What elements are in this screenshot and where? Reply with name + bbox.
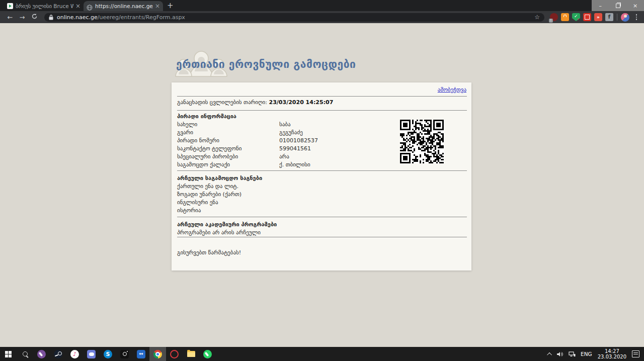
taskbar-discord[interactable] (83, 347, 100, 361)
taskbar-file-explorer[interactable] (183, 347, 199, 361)
taskbar-viber[interactable] (33, 347, 50, 361)
farewell-text: გისურვებთ წარმატებას! (177, 249, 241, 256)
taskbar-opera[interactable] (166, 347, 183, 361)
refresh-button[interactable] (28, 13, 40, 21)
browser-tab-naec[interactable]: https://online.naec.ge/ueereg/en × (84, 1, 163, 11)
tab-close-icon[interactable]: × (75, 3, 80, 10)
steam-icon (54, 350, 62, 358)
programs-section: არჩეული აკადემიური პროგრამები პროგრამები… (177, 221, 466, 237)
viber-icon (37, 350, 46, 358)
video-play-favicon-icon (7, 3, 13, 9)
action-center-icon (632, 350, 639, 357)
tab-title: https://online.naec.ge/ueereg/en (95, 3, 153, 9)
subjects-section: არჩეული საგამოცდო საგნები ქართული ენა და… (177, 174, 466, 215)
row-label: საკონტაქტო ტელეფონი (177, 145, 279, 153)
chevron-up-icon (547, 352, 552, 357)
tray-time: 14:27 (598, 348, 626, 354)
programs-empty-text: პროგრამები არ არის არჩეული (177, 229, 466, 237)
volume-icon (557, 351, 564, 357)
whatsapp-icon (203, 350, 212, 358)
toolbar-separator (617, 14, 617, 21)
instagram-icon (120, 350, 129, 358)
back-button[interactable]: ← (4, 14, 16, 21)
taskbar-teamviewer[interactable]: ↔ (133, 347, 149, 361)
url-bar[interactable]: online.naec.ge /ueereg/entrants/RegForm.… (44, 13, 544, 22)
restore-icon (616, 4, 620, 8)
tray-expand-button[interactable] (546, 347, 554, 361)
folder-icon (187, 351, 195, 357)
taskbar-skype[interactable]: S (100, 347, 116, 361)
network-button[interactable] (566, 347, 578, 361)
browser-tab-video[interactable]: ბრიუს უილისი Bruce Willis - ი × (4, 1, 84, 11)
tab-close-icon[interactable]: × (155, 3, 160, 10)
bookmark-star-icon[interactable]: ☆ (534, 14, 540, 21)
divider (177, 96, 467, 97)
forward-button[interactable]: → (16, 14, 28, 21)
page-content: ერთიანი ეროვნული გამოცდები ამობეჭდვა გან… (0, 23, 644, 347)
taskbar-instagram[interactable] (116, 347, 133, 361)
new-tab-button[interactable]: + (167, 2, 174, 10)
row-value: ქ. თბილისი (279, 161, 310, 169)
row-label: სპეციალური პირობები (177, 153, 279, 161)
row-value: 01001082537 (279, 137, 318, 145)
subject-item: ქართული ენა და ლიტ. (177, 183, 466, 191)
extension-adblock-icon[interactable] (550, 13, 558, 21)
globe-favicon-icon (87, 3, 93, 9)
browser-toolbar: ← → online.naec.ge /ueereg/entrants/RegF… (0, 11, 644, 23)
window-caption: – × (592, 0, 644, 11)
extension-shopping-icon[interactable] (561, 13, 569, 21)
subject-item: ზოგადი უნარები (ქართ) (177, 191, 466, 199)
print-link[interactable]: ამობეჭდვა (438, 86, 466, 93)
windows-logo-icon (5, 351, 12, 357)
row-label: პირადი ნომერი (177, 137, 279, 145)
skype-icon: S (104, 350, 112, 358)
action-center-button[interactable] (629, 347, 642, 361)
taskbar-whatsapp[interactable] (199, 347, 216, 361)
divider (177, 237, 467, 237)
divider (177, 170, 467, 171)
qr-code (400, 120, 444, 163)
extension-facebook-icon[interactable]: f (605, 13, 613, 21)
taskbar-steam[interactable] (50, 347, 66, 361)
network-icon (569, 351, 576, 357)
date-label: განაცხადის ცვლილების თარიღი: (177, 99, 267, 106)
volume-button[interactable] (554, 347, 566, 361)
application-date-line: განაცხადის ცვლილების თარიღი: 23/03/2020 … (177, 99, 333, 106)
subject-item: ისტორია (177, 207, 466, 215)
row-value: არა (279, 153, 289, 161)
lock-icon (49, 15, 53, 20)
close-button[interactable]: × (626, 0, 644, 11)
extension-red-square-icon[interactable] (583, 13, 591, 21)
taskbar: ♪ S ↔ ENG 14:27 23.03.2020 (0, 347, 644, 361)
start-button[interactable] (0, 347, 17, 361)
search-icon (23, 351, 28, 356)
divider (177, 217, 467, 217)
taskbar-chrome[interactable] (149, 347, 166, 361)
taskbar-itunes[interactable]: ♪ (66, 347, 83, 361)
page-title: ერთიანი ეროვნული გამოცდები (176, 58, 356, 70)
clock[interactable]: 14:27 23.03.2020 (595, 348, 629, 359)
restore-button[interactable] (609, 0, 627, 11)
system-tray: ENG 14:27 23.03.2020 (546, 347, 644, 361)
language-indicator[interactable]: ENG (578, 347, 595, 361)
row-label: სახელი (177, 121, 279, 129)
teamviewer-icon: ↔ (137, 350, 145, 358)
url-domain: online.naec.ge (57, 14, 98, 21)
row-label: საგამოცდო ქალაქი (177, 161, 279, 169)
extension-antivirus-icon[interactable]: ! (572, 13, 580, 21)
itunes-icon: ♪ (70, 350, 79, 358)
tray-date: 23.03.2020 (598, 354, 626, 359)
date-value: 23/03/2020 14:25:07 (269, 99, 334, 106)
opera-icon (170, 350, 179, 358)
extension-fast-forward-icon[interactable]: » (594, 13, 602, 21)
browser-menu-icon[interactable] (633, 13, 640, 21)
screen: ბრიუს უილისი Bruce Willis - ი × https://… (0, 0, 644, 361)
taskbar-search-button[interactable] (17, 347, 33, 361)
chrome-icon (153, 350, 162, 358)
url-path: /ueereg/entrants/RegForm.aspx (98, 14, 185, 21)
registration-card: ამობეჭდვა განაცხადის ცვლილების თარიღი: 2… (172, 82, 471, 270)
row-label: გვარი (177, 129, 279, 137)
minimize-button[interactable]: – (592, 0, 609, 11)
row-value: 599041561 (279, 145, 311, 153)
profile-avatar[interactable] (621, 13, 629, 22)
